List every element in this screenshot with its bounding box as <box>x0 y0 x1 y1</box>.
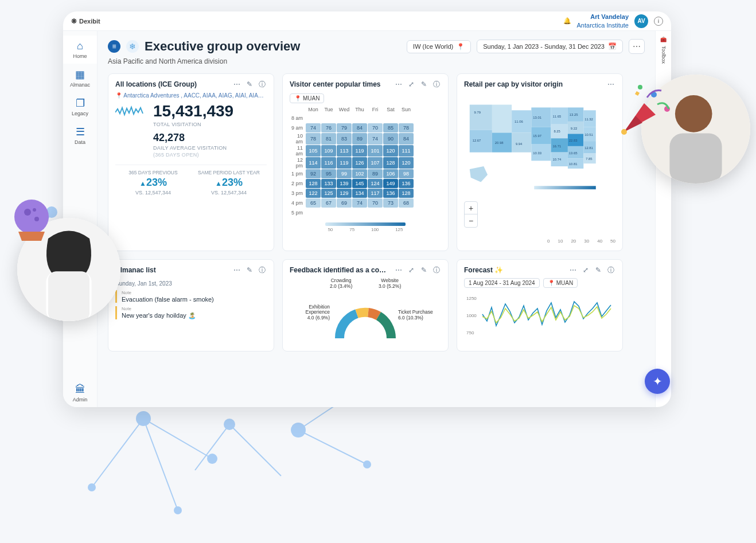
svg-text:1250: 1250 <box>466 296 477 301</box>
svg-point-5 <box>136 411 151 426</box>
card-retail-origin: Retail per cap by visitor origin ⋯ 9.79 … <box>457 73 623 251</box>
user-name: Art Vandelay <box>577 13 629 21</box>
card-title: Visitor center popular times <box>290 80 391 88</box>
help-icon[interactable]: i <box>654 17 663 26</box>
location-tag[interactable]: 📍 MUAN <box>290 93 324 103</box>
user-avatar[interactable]: AV <box>634 14 648 28</box>
info-icon[interactable]: ⓘ <box>606 265 615 275</box>
svg-point-78 <box>638 85 642 89</box>
svg-rect-79 <box>635 91 640 96</box>
info-icon[interactable]: ⓘ <box>432 80 441 89</box>
svg-text:13.01: 13.01 <box>533 116 541 119</box>
daily-avg: 42,278 <box>153 132 267 144</box>
database-icon: ☰ <box>76 126 85 138</box>
sidebar-item-home[interactable]: ⌂ Home <box>63 36 97 64</box>
card-forecast: Forecast ✨ ⋯ ⤢ ✎ ⓘ 1 Aug 2024 - 31 Aug 2… <box>457 259 623 351</box>
almanac-note[interactable]: NoteNew year's day hoilday 🏝️ <box>115 306 267 319</box>
total-visitation: 15,431,439 <box>153 102 267 120</box>
svg-text:9.94: 9.94 <box>516 142 523 146</box>
svg-text:11.32: 11.32 <box>584 118 593 121</box>
donut-label: Crowding2.0 (3.4%) <box>330 278 352 290</box>
date-range-selector[interactable]: Sunday, 1 Jan 2023 - Sunday, 31 Dec 2023… <box>477 40 623 53</box>
card-grid: All locations (ICE Group) ⋯ ✎ ⓘ 📍 Antarc… <box>108 73 645 351</box>
page-more-button[interactable]: ⋯ <box>629 39 645 54</box>
calendar-icon: ▦ <box>75 68 85 81</box>
more-icon[interactable]: ⋯ <box>232 265 241 275</box>
svg-text:10.51: 10.51 <box>584 133 593 136</box>
info-icon[interactable]: ⓘ <box>258 80 267 89</box>
svg-point-75 <box>621 129 627 135</box>
svg-line-9 <box>195 424 229 470</box>
more-icon[interactable]: ⋯ <box>568 265 578 275</box>
heatmap: MonTueWedThuFriSatSun8 am9 am74767984708… <box>290 106 441 232</box>
expand-icon[interactable]: ⤢ <box>407 265 416 275</box>
edit-icon[interactable]: ✎ <box>419 265 428 275</box>
more-icon[interactable]: ⋯ <box>394 265 403 275</box>
more-icon[interactable]: ⋯ <box>394 80 403 89</box>
zoom-in-button[interactable]: + <box>465 202 477 214</box>
edit-icon[interactable]: ✎ <box>245 80 254 89</box>
sidebar-label: Admin <box>73 397 88 403</box>
map-legend-ticks: 01020304050 <box>547 239 615 244</box>
sidebar-item-admin[interactable]: 🏛 Admin <box>63 379 97 407</box>
info-icon[interactable]: ⓘ <box>258 265 267 275</box>
svg-text:9.79: 9.79 <box>474 111 481 114</box>
page-title: Executive group overview <box>145 39 300 54</box>
menu-toggle[interactable]: ≡ <box>108 40 120 53</box>
svg-line-8 <box>229 424 281 476</box>
card-title: Feedback identified as a com... <box>290 266 391 274</box>
edit-icon[interactable]: ✎ <box>419 80 428 89</box>
forecast-chart: 1250 1000 750 <box>464 291 615 343</box>
card-popular-times: Visitor center popular times ⋯ ⤢ ✎ ⓘ 📍 M… <box>282 73 449 251</box>
svg-text:11.65: 11.65 <box>552 115 561 118</box>
daily-label: DAILY AVERAGE VISITATION <box>153 145 267 151</box>
user-block[interactable]: 🔔 Art Vandelay Antarctica Institute AV i <box>563 13 664 29</box>
card-all-locations: All locations (ICE Group) ⋯ ✎ ⓘ 📍 Antarc… <box>108 73 274 251</box>
toolbox-label: Toolbox <box>661 46 667 64</box>
svg-text:12.81: 12.81 <box>584 146 593 150</box>
expand-icon[interactable]: ⤢ <box>407 80 416 89</box>
edit-icon[interactable]: ✎ <box>594 265 603 275</box>
svg-point-71 <box>14 200 49 234</box>
svg-text:8.25: 8.25 <box>554 130 560 133</box>
forecast-location[interactable]: 📍 MUAN <box>543 278 578 288</box>
zoom-out-button[interactable]: − <box>465 214 477 227</box>
svg-point-10 <box>224 419 235 430</box>
pct-change: ▲23% <box>191 177 267 189</box>
sidebar-item-legacy[interactable]: ❐ Legacy <box>63 92 97 121</box>
svg-text:1000: 1000 <box>466 313 477 318</box>
svg-point-73 <box>34 217 39 221</box>
bell-icon[interactable]: 🔔 <box>563 17 571 25</box>
sparkline <box>115 102 144 119</box>
svg-text:9.22: 9.22 <box>571 127 577 130</box>
pct-change: ▲23% <box>115 177 191 189</box>
copy-icon: ❐ <box>76 97 85 110</box>
main-content: ≡ ❄ Executive group overview IW (Ice Wor… <box>98 31 655 407</box>
total-label: TOTAL VISITATION <box>153 122 267 127</box>
card-feedback: Feedback identified as a com... ⋯ ⤢ ✎ ⓘ <box>282 259 449 351</box>
brand-name: Dexibit <box>79 18 100 25</box>
edit-icon[interactable]: ✎ <box>245 265 254 275</box>
info-icon[interactable]: ⓘ <box>432 265 441 275</box>
card-title: Forecast ✨ <box>464 266 565 274</box>
us-choropleth[interactable]: 9.79 12.67 20.98 11.06 9.94 13.01 15.97 … <box>464 92 615 196</box>
app-frame: ❋ Dexibit 🔔 Art Vandelay Antarctica Inst… <box>63 11 671 407</box>
sidebar-item-almanac[interactable]: ▦ Almanac <box>63 64 97 92</box>
brand-icon: ❋ <box>71 17 77 25</box>
compare-row: 365 DAYS PREVIOUS ▲23% VS. 12,547,344 SA… <box>115 165 267 196</box>
almanac-date: Sunday, Jan 1st, 2023 <box>115 280 267 287</box>
location-selector[interactable]: IW (Ice World) 📍 <box>407 40 471 53</box>
almanac-note[interactable]: NoteEvacuation (false alarm - smoke) <box>115 290 267 303</box>
sidebar-item-data[interactable]: ☰ Data <box>63 121 97 150</box>
sidebar-label: Data <box>75 139 85 145</box>
sidebar-label: Almanac <box>70 82 90 88</box>
svg-rect-17 <box>470 105 492 130</box>
expand-icon[interactable]: ⤢ <box>581 265 590 275</box>
svg-rect-67 <box>48 272 89 321</box>
page-subtitle: Asia Pacific and North America division <box>108 57 645 65</box>
more-icon[interactable]: ⋯ <box>232 80 241 89</box>
user-org: Antarctica Institute <box>577 21 629 29</box>
forecast-range[interactable]: 1 Aug 2024 - 31 Aug 2024 <box>464 278 540 288</box>
fab-button[interactable]: ✦ <box>645 369 670 394</box>
topbar: ❋ Dexibit 🔔 Art Vandelay Antarctica Inst… <box>63 11 671 31</box>
